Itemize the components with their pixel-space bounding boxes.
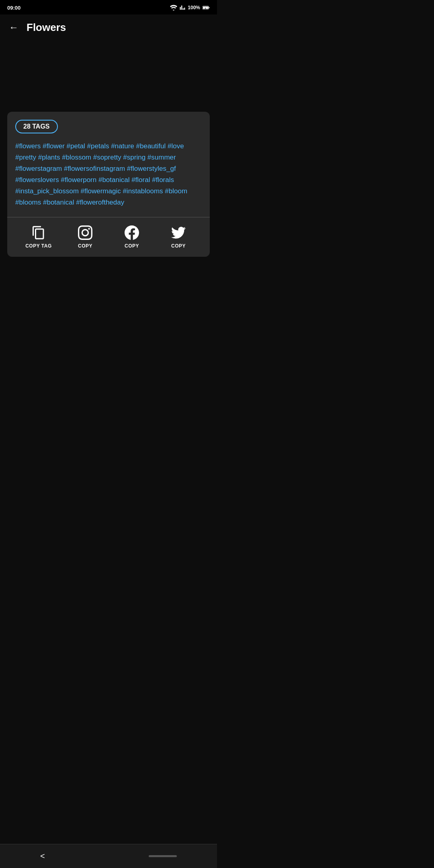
copy-tag-label: COPY TAG xyxy=(25,243,52,249)
hashtags-content: #flowers #flower #petal #petals #nature … xyxy=(15,141,202,208)
instagram-copy-button[interactable]: COPY xyxy=(69,225,101,249)
battery-icon xyxy=(203,5,210,10)
instagram-icon xyxy=(77,225,93,241)
twitter-copy-label: COPY xyxy=(171,243,186,249)
wifi-icon xyxy=(170,5,177,10)
facebook-copy-label: COPY xyxy=(125,243,139,249)
actions-row: COPY TAG COPY COPY xyxy=(15,217,202,257)
header: ← Flowers xyxy=(0,14,217,39)
svg-rect-1 xyxy=(209,7,209,8)
signal-icon xyxy=(180,5,185,10)
tags-count-badge: 28 TAGS xyxy=(15,120,58,133)
copy-tag-button[interactable]: COPY TAG xyxy=(23,225,55,249)
status-icons: 100% xyxy=(170,5,210,10)
instagram-copy-label: COPY xyxy=(78,243,92,249)
twitter-icon xyxy=(170,225,186,241)
page-title: Flowers xyxy=(27,21,66,34)
twitter-copy-button[interactable]: COPY xyxy=(162,225,194,249)
bottom-spacer xyxy=(0,257,217,369)
tags-card: 28 TAGS #flowers #flower #petal #petals … xyxy=(7,112,210,257)
tags-badge: 28 TAGS xyxy=(15,120,202,141)
status-time: 09:00 xyxy=(7,5,20,11)
back-button[interactable]: ← xyxy=(7,20,20,35)
battery-text: 100% xyxy=(188,5,200,10)
copy-tag-icon xyxy=(31,225,47,241)
facebook-icon xyxy=(124,225,140,241)
top-spacer xyxy=(0,39,217,112)
facebook-copy-button[interactable]: COPY xyxy=(116,225,148,249)
status-bar: 09:00 100% xyxy=(0,0,217,14)
